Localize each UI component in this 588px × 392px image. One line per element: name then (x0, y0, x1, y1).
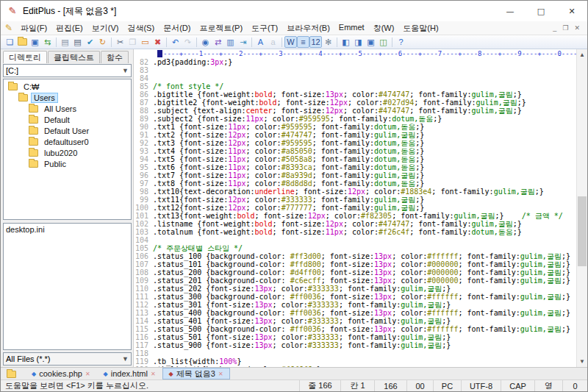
tab-close-icon[interactable]: ✕ (151, 371, 156, 377)
code-line[interactable]: 91.txt2 {font-size:12px; color:#474747; … (134, 131, 576, 139)
menu-프로젝트[interactable]: 프로젝트(P) (195, 22, 247, 35)
save-icon[interactable]: ▣ (29, 36, 41, 48)
word-wrap-icon[interactable]: W (284, 36, 297, 48)
window-split-icon[interactable]: ◧ (340, 36, 352, 48)
lowercase-icon[interactable]: a (267, 36, 279, 48)
window-layout-icon[interactable]: ◨ (352, 36, 365, 48)
code-line[interactable]: 83 (134, 66, 576, 74)
tab-close-icon[interactable]: ✕ (85, 371, 90, 377)
print-icon[interactable]: ▤ (71, 36, 84, 48)
tree-item[interactable]: Default User (4, 125, 131, 136)
cut-icon[interactable]: ✂ (114, 36, 126, 48)
drive-selector[interactable]: [C:] ▼ (3, 64, 132, 77)
maximize-button[interactable]: □ (526, 1, 556, 21)
code-line[interactable]: 107.status_101 {background-color: #ffd80… (134, 260, 576, 268)
tree-item[interactable]: defaultuser0 (4, 136, 131, 147)
code-line[interactable]: 113.status_400 {background-color: #ff003… (134, 309, 576, 317)
spell-check-icon[interactable]: ✔ (84, 36, 96, 48)
menu-편집[interactable]: 편집(E) (51, 22, 87, 35)
context-help-icon[interactable]: ? (395, 36, 407, 48)
minimize-button[interactable]: — (495, 1, 526, 21)
code-line[interactable]: 88.subject {text-align:center; font-size… (134, 107, 576, 115)
open-folder-icon[interactable] (16, 36, 29, 48)
delete-icon[interactable]: ✖ (151, 36, 164, 48)
code-line[interactable]: 100.txt12{font-size:12px; color:#777777;… (134, 204, 576, 212)
print-preview-icon[interactable]: ▤ (59, 36, 71, 48)
tree-item[interactable]: Users (4, 92, 131, 103)
doc-tab-index.html[interactable]: ◆index.html✕ (97, 368, 162, 379)
tab-close-icon[interactable]: ✕ (218, 371, 223, 377)
scroll-down-icon[interactable]: ▼ (577, 356, 587, 367)
tree-item[interactable]: lubu2020 (4, 147, 131, 158)
line-numbers-icon[interactable]: 12 (309, 36, 322, 48)
window-cascade-icon[interactable]: ▣ (365, 36, 377, 48)
code-line[interactable]: 101.txt13{font-weight:bold; font-size:12… (134, 212, 576, 220)
new-file-icon[interactable]: ❏ (4, 36, 16, 48)
undo-icon[interactable]: ↶ (169, 36, 182, 48)
code-line[interactable]: 110.status_202 {font-size:13px; color:#3… (134, 285, 576, 293)
code-line[interactable]: 105/* 주문상태별 스타일 */ (134, 244, 576, 252)
code-line[interactable]: 89.subject2 {font-size:11px; color:#9595… (134, 115, 576, 123)
paste-icon[interactable]: ▭ (139, 36, 151, 48)
tree-item[interactable]: C:₩ (4, 81, 131, 92)
settings-gear-icon[interactable]: ✻ (322, 36, 334, 48)
scrollbar-thumb[interactable] (578, 196, 587, 266)
code-lines[interactable]: 82.pd3{padding:3px;}838485/* font style … (134, 58, 576, 367)
code-line[interactable]: 98.txt10{text-decoration:underline; font… (134, 188, 576, 196)
code-line[interactable]: 112.status_301 {font-size:13px; color:#3… (134, 301, 576, 309)
menu-도움말[interactable]: 도움말(H) (398, 22, 442, 35)
code-line[interactable]: 94.txt5 {font-size:11px; color:#5058a8; … (134, 155, 576, 163)
code-line[interactable]: 106.status_100 {background-color: #ff3d0… (134, 252, 576, 260)
file-list-item[interactable]: desktop.ini (6, 225, 129, 235)
doc-tab-cookies.php[interactable]: ◆cookies.php✕ (25, 368, 97, 379)
code-line[interactable]: 95.txt6 {font-size:11px; color:#8393ca; … (134, 163, 576, 171)
code-line[interactable]: 109.status_201 {background-color: #c6ecf… (134, 277, 576, 285)
code-line[interactable]: 93.txt4 {font-size:11px; color:#a85050; … (134, 147, 576, 155)
code-line[interactable]: 116.status_501 {font-size:13px; color:#3… (134, 333, 576, 341)
menu-파일[interactable]: 파일(F) (16, 22, 51, 35)
code-line[interactable]: 118 (134, 349, 576, 357)
code-line[interactable]: 97.txt8 {font-size:11px; color:#8d8d8d; … (134, 179, 576, 188)
scrollbar-track[interactable] (577, 60, 587, 356)
code-editor[interactable]: ----+----1----+----2----+----3----+----4… (134, 49, 587, 367)
mdi-close-button[interactable]: ✕ (574, 24, 580, 32)
mdi-minimize-button[interactable]: _ (553, 24, 556, 32)
menu-Emmet[interactable]: Emmet (334, 22, 369, 35)
find-in-files-icon[interactable]: ▥ (224, 36, 237, 48)
close-button[interactable]: ✕ (556, 1, 587, 21)
code-line[interactable]: 103.totalnum {font-weight:bold; font-siz… (134, 228, 576, 236)
find-icon[interactable]: ◉ (199, 36, 212, 48)
code-line[interactable]: 114.status_401 {font-size:13px; color:#3… (134, 317, 576, 325)
vertical-scrollbar[interactable]: ▲ ▼ (576, 49, 587, 367)
sidebar-tab-함수[interactable]: 함수 (101, 51, 129, 63)
code-line[interactable]: 96.txt7 {font-size:11px; color:#8a939d; … (134, 171, 576, 179)
copy-icon[interactable]: ❐ (126, 36, 139, 48)
menu-창[interactable]: 창(W) (369, 22, 399, 35)
menu-브라우저[interactable]: 브라우저(B) (282, 22, 334, 35)
code-line[interactable]: 102.listname {font-weight:bold; font-siz… (134, 220, 576, 228)
uppercase-icon[interactable]: A (254, 36, 267, 48)
goto-line-icon[interactable]: ⇥ (237, 36, 249, 48)
doc-tab-제목 없음3[interactable]: ◆제목 없음3✕ (162, 368, 230, 379)
code-line[interactable]: 117.status_900 {font-size:13px; color:#3… (134, 341, 576, 349)
code-line[interactable]: 85/* font style */ (134, 82, 576, 90)
code-line[interactable]: 115.status_500 {background-color: #ff003… (134, 325, 576, 333)
menu-보기[interactable]: 보기(V) (87, 22, 123, 35)
sidebar-tab-클립텍스트[interactable]: 클립텍스트 (48, 51, 100, 63)
menu-문서[interactable]: 문서(D) (159, 22, 195, 35)
tree-item[interactable]: Public (4, 158, 131, 169)
scroll-up-icon[interactable]: ▲ (577, 49, 587, 60)
code-line[interactable]: 90.txt1 {font-size:11px; color:#959595; … (134, 123, 576, 131)
sidebar-tab-디렉토리[interactable]: 디렉토리 (3, 51, 47, 63)
redo-icon[interactable]: ↷ (182, 36, 194, 48)
mdi-restore-button[interactable]: ❐ (562, 24, 568, 32)
tree-item[interactable]: Default (4, 114, 131, 125)
code-line[interactable]: 87.bigtitle2 {font-weight:bold; font-siz… (134, 99, 576, 107)
reload-icon[interactable]: ↻ (96, 36, 109, 48)
save-all-icon[interactable]: ⇆ (41, 36, 54, 48)
browser-view-icon[interactable]: ◫ (377, 36, 390, 48)
code-line[interactable]: 92.txt3 {font-size:12px; color:#959595; … (134, 139, 576, 147)
code-line[interactable]: 104 (134, 236, 576, 244)
code-line[interactable]: 111.status_300 {background-color: #ff003… (134, 293, 576, 301)
tab-folder-icon[interactable] (2, 371, 25, 379)
